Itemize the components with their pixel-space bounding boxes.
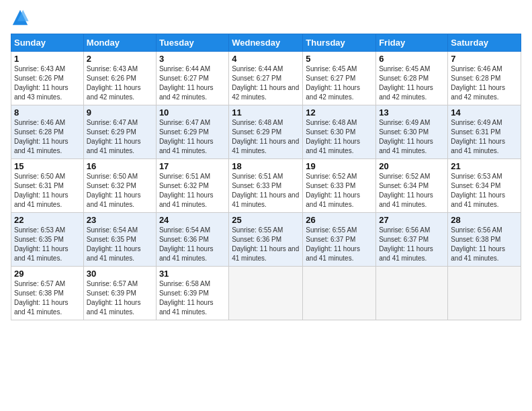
calendar-week-row: 29 Sunrise: 6:57 AMSunset: 6:38 PMDaylig… — [11, 267, 521, 320]
day-detail: Sunrise: 6:57 AMSunset: 6:39 PMDaylight:… — [87, 279, 153, 317]
calendar-cell — [376, 267, 448, 320]
calendar-cell: 20 Sunrise: 6:52 AMSunset: 6:34 PMDaylig… — [376, 159, 448, 213]
day-detail: Sunrise: 6:53 AMSunset: 6:34 PMDaylight:… — [451, 172, 518, 210]
day-detail: Sunrise: 6:44 AMSunset: 6:27 PMDaylight:… — [232, 64, 300, 102]
day-number: 19 — [306, 161, 373, 171]
day-detail: Sunrise: 6:43 AMSunset: 6:26 PMDaylight:… — [14, 64, 81, 102]
day-number: 14 — [451, 107, 518, 118]
day-detail: Sunrise: 6:58 AMSunset: 6:39 PMDaylight:… — [159, 279, 226, 317]
day-number: 6 — [379, 54, 445, 64]
calendar-cell: 30 Sunrise: 6:57 AMSunset: 6:39 PMDaylig… — [83, 267, 156, 320]
day-header: Thursday — [303, 34, 376, 52]
calendar-week-row: 1 Sunrise: 6:43 AMSunset: 6:26 PMDayligh… — [11, 52, 521, 105]
calendar-week-row: 15 Sunrise: 6:50 AMSunset: 6:31 PMDaylig… — [11, 159, 521, 213]
calendar-cell: 31 Sunrise: 6:58 AMSunset: 6:39 PMDaylig… — [156, 267, 228, 320]
day-detail: Sunrise: 6:48 AMSunset: 6:30 PMDaylight:… — [306, 118, 373, 156]
day-number: 3 — [159, 54, 226, 64]
calendar-week-row: 22 Sunrise: 6:53 AMSunset: 6:35 PMDaylig… — [11, 213, 521, 267]
day-detail: Sunrise: 6:50 AMSunset: 6:32 PMDaylight:… — [87, 172, 153, 210]
calendar-cell: 14 Sunrise: 6:49 AMSunset: 6:31 PMDaylig… — [448, 105, 521, 159]
day-number: 31 — [159, 269, 226, 279]
calendar-cell: 12 Sunrise: 6:48 AMSunset: 6:30 PMDaylig… — [303, 105, 376, 159]
day-detail: Sunrise: 6:55 AMSunset: 6:37 PMDaylight:… — [306, 226, 373, 263]
calendar-cell: 22 Sunrise: 6:53 AMSunset: 6:35 PMDaylig… — [11, 213, 84, 267]
calendar-week-row: 8 Sunrise: 6:46 AMSunset: 6:28 PMDayligh… — [11, 105, 521, 159]
day-number: 21 — [451, 161, 518, 171]
calendar-cell: 21 Sunrise: 6:53 AMSunset: 6:34 PMDaylig… — [448, 159, 521, 213]
day-header: Saturday — [448, 34, 521, 52]
day-detail: Sunrise: 6:46 AMSunset: 6:28 PMDaylight:… — [451, 64, 518, 102]
day-number: 5 — [306, 54, 373, 64]
day-number: 27 — [379, 215, 445, 225]
calendar-cell: 17 Sunrise: 6:51 AMSunset: 6:32 PMDaylig… — [156, 159, 228, 213]
day-number: 29 — [14, 269, 81, 279]
day-number: 8 — [14, 107, 81, 118]
day-detail: Sunrise: 6:55 AMSunset: 6:36 PMDaylight:… — [232, 226, 300, 263]
day-detail: Sunrise: 6:50 AMSunset: 6:31 PMDaylight:… — [14, 172, 81, 210]
day-detail: Sunrise: 6:52 AMSunset: 6:33 PMDaylight:… — [306, 172, 373, 210]
calendar-cell: 24 Sunrise: 6:54 AMSunset: 6:36 PMDaylig… — [156, 213, 228, 267]
calendar-cell: 3 Sunrise: 6:44 AMSunset: 6:27 PMDayligh… — [156, 52, 228, 105]
calendar-cell: 27 Sunrise: 6:56 AMSunset: 6:37 PMDaylig… — [376, 213, 448, 267]
logo — [11, 11, 31, 27]
day-number: 2 — [87, 54, 153, 64]
calendar-cell — [229, 267, 303, 320]
day-detail: Sunrise: 6:53 AMSunset: 6:35 PMDaylight:… — [14, 226, 81, 263]
calendar-cell: 11 Sunrise: 6:48 AMSunset: 6:29 PMDaylig… — [229, 105, 303, 159]
day-detail: Sunrise: 6:54 AMSunset: 6:36 PMDaylight:… — [159, 226, 226, 263]
header — [11, 11, 521, 27]
day-detail: Sunrise: 6:45 AMSunset: 6:27 PMDaylight:… — [306, 64, 373, 102]
day-header: Tuesday — [156, 34, 228, 52]
calendar-cell — [303, 267, 376, 320]
calendar-cell: 15 Sunrise: 6:50 AMSunset: 6:31 PMDaylig… — [11, 159, 84, 213]
calendar-cell: 9 Sunrise: 6:47 AMSunset: 6:29 PMDayligh… — [83, 105, 156, 159]
day-detail: Sunrise: 6:49 AMSunset: 6:30 PMDaylight:… — [379, 118, 445, 156]
day-detail: Sunrise: 6:51 AMSunset: 6:32 PMDaylight:… — [159, 172, 226, 210]
day-number: 15 — [14, 161, 81, 171]
day-header: Wednesday — [229, 34, 303, 52]
calendar-cell: 2 Sunrise: 6:43 AMSunset: 6:26 PMDayligh… — [83, 52, 156, 105]
day-detail: Sunrise: 6:45 AMSunset: 6:28 PMDaylight:… — [379, 64, 445, 102]
day-number: 17 — [159, 161, 226, 171]
calendar-cell — [448, 267, 521, 320]
day-number: 4 — [232, 54, 300, 64]
day-number: 23 — [87, 215, 153, 225]
day-detail: Sunrise: 6:43 AMSunset: 6:26 PMDaylight:… — [87, 64, 153, 102]
day-number: 18 — [232, 161, 300, 171]
calendar-cell: 1 Sunrise: 6:43 AMSunset: 6:26 PMDayligh… — [11, 52, 84, 105]
day-header: Sunday — [11, 34, 84, 52]
day-number: 12 — [306, 107, 373, 118]
calendar-cell: 8 Sunrise: 6:46 AMSunset: 6:28 PMDayligh… — [11, 105, 84, 159]
day-number: 26 — [306, 215, 373, 225]
calendar-cell: 28 Sunrise: 6:56 AMSunset: 6:38 PMDaylig… — [448, 213, 521, 267]
day-detail: Sunrise: 6:47 AMSunset: 6:29 PMDaylight:… — [87, 118, 153, 156]
day-number: 25 — [232, 215, 300, 225]
calendar: SundayMondayTuesdayWednesdayThursdayFrid… — [11, 34, 521, 320]
day-number: 28 — [451, 215, 518, 225]
calendar-cell: 29 Sunrise: 6:57 AMSunset: 6:38 PMDaylig… — [11, 267, 84, 320]
day-detail: Sunrise: 6:57 AMSunset: 6:38 PMDaylight:… — [14, 279, 81, 317]
day-number: 1 — [14, 54, 81, 64]
logo-icon — [11, 8, 30, 27]
calendar-cell: 26 Sunrise: 6:55 AMSunset: 6:37 PMDaylig… — [303, 213, 376, 267]
day-detail: Sunrise: 6:48 AMSunset: 6:29 PMDaylight:… — [232, 118, 300, 156]
calendar-cell: 4 Sunrise: 6:44 AMSunset: 6:27 PMDayligh… — [229, 52, 303, 105]
day-number: 11 — [232, 107, 300, 118]
day-header: Friday — [376, 34, 448, 52]
calendar-cell: 7 Sunrise: 6:46 AMSunset: 6:28 PMDayligh… — [448, 52, 521, 105]
day-number: 20 — [379, 161, 445, 171]
day-detail: Sunrise: 6:49 AMSunset: 6:31 PMDaylight:… — [451, 118, 518, 156]
day-number: 7 — [451, 54, 518, 64]
calendar-cell: 5 Sunrise: 6:45 AMSunset: 6:27 PMDayligh… — [303, 52, 376, 105]
day-detail: Sunrise: 6:56 AMSunset: 6:38 PMDaylight:… — [451, 226, 518, 263]
calendar-cell: 18 Sunrise: 6:51 AMSunset: 6:33 PMDaylig… — [229, 159, 303, 213]
day-detail: Sunrise: 6:52 AMSunset: 6:34 PMDaylight:… — [379, 172, 445, 210]
calendar-cell: 6 Sunrise: 6:45 AMSunset: 6:28 PMDayligh… — [376, 52, 448, 105]
calendar-cell: 25 Sunrise: 6:55 AMSunset: 6:36 PMDaylig… — [229, 213, 303, 267]
day-number: 9 — [87, 107, 153, 118]
day-number: 10 — [159, 107, 226, 118]
day-number: 13 — [379, 107, 445, 118]
day-number: 30 — [87, 269, 153, 279]
day-number: 16 — [87, 161, 153, 171]
day-detail: Sunrise: 6:46 AMSunset: 6:28 PMDaylight:… — [14, 118, 81, 156]
